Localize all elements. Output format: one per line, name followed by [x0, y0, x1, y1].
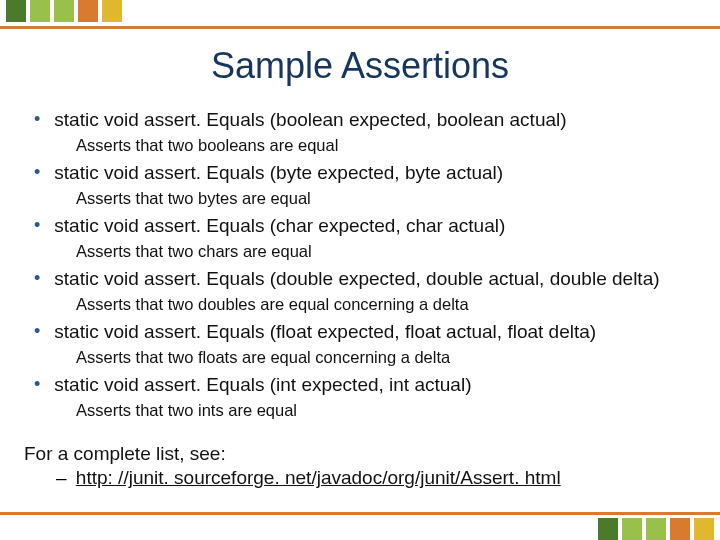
deco-bar [30, 0, 50, 22]
bottom-rule [0, 512, 720, 515]
top-rule [0, 26, 720, 29]
deco-bar [598, 518, 618, 540]
deco-bar [694, 518, 714, 540]
method-signature: static void assert. Equals (int expected… [54, 372, 471, 398]
method-description: Asserts that two chars are equal [76, 241, 686, 262]
method-signature: static void assert. Equals (float expect… [54, 319, 596, 345]
bullet-icon: • [34, 107, 40, 132]
method-description: Asserts that two bytes are equal [76, 188, 686, 209]
list-item: • static void assert. Equals (boolean ex… [34, 107, 686, 156]
footer-link-row: – http: //junit. sourceforge. net/javado… [0, 467, 720, 489]
deco-bar [670, 518, 690, 540]
deco-bar [6, 0, 26, 22]
method-description: Asserts that two ints are equal [76, 400, 686, 421]
assertion-list: • static void assert. Equals (boolean ex… [34, 107, 686, 421]
deco-bar [646, 518, 666, 540]
bullet-icon: • [34, 319, 40, 344]
list-item: • static void assert. Equals (float expe… [34, 319, 686, 368]
method-signature: static void assert. Equals (byte expecte… [54, 160, 503, 186]
top-decoration [0, 0, 720, 26]
deco-bar [622, 518, 642, 540]
list-item: • static void assert. Equals (char expec… [34, 213, 686, 262]
list-item: • static void assert. Equals (double exp… [34, 266, 686, 315]
deco-bar [102, 0, 122, 22]
deco-bar [54, 0, 74, 22]
list-item: • static void assert. Equals (byte expec… [34, 160, 686, 209]
method-signature: static void assert. Equals (double expec… [54, 266, 659, 292]
deco-bar [78, 0, 98, 22]
footer-link[interactable]: http: //junit. sourceforge. net/javadoc/… [76, 467, 561, 488]
method-signature: static void assert. Equals (boolean expe… [54, 107, 566, 133]
content-area: • static void assert. Equals (boolean ex… [0, 107, 720, 421]
bullet-icon: • [34, 160, 40, 185]
bullet-icon: • [34, 213, 40, 238]
page-title: Sample Assertions [0, 45, 720, 87]
list-item: • static void assert. Equals (int expect… [34, 372, 686, 421]
method-description: Asserts that two floats are equal concer… [76, 347, 686, 368]
bullet-icon: • [34, 372, 40, 397]
method-description: Asserts that two booleans are equal [76, 135, 686, 156]
method-description: Asserts that two doubles are equal conce… [76, 294, 686, 315]
method-signature: static void assert. Equals (char expecte… [54, 213, 505, 239]
bullet-icon: • [34, 266, 40, 291]
dash-icon: – [56, 467, 67, 488]
bottom-decoration [0, 512, 720, 540]
footer-lead: For a complete list, see: [0, 443, 720, 465]
